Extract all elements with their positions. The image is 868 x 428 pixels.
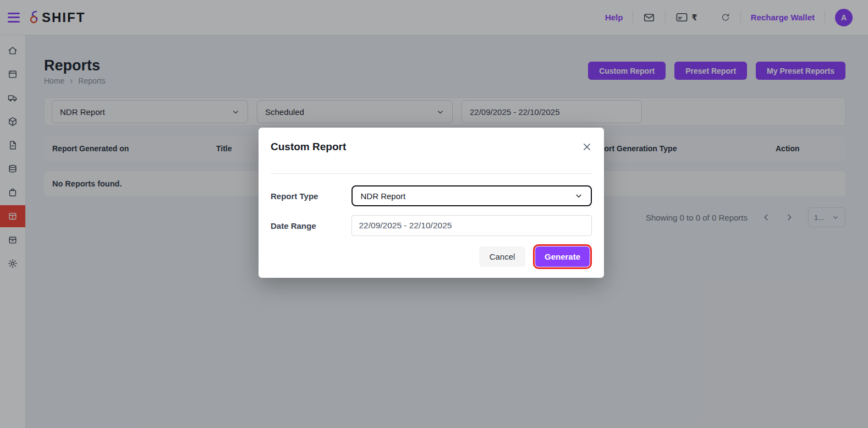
custom-report-modal: Custom Report Report Type NDR Report Dat… (259, 128, 604, 278)
divider (271, 173, 592, 174)
modal-title: Custom Report (271, 141, 346, 153)
report-type-label: Report Type (271, 191, 351, 201)
modal-report-type-select[interactable]: NDR Report (351, 185, 592, 206)
close-icon[interactable] (582, 142, 592, 152)
date-range-label: Date Range (271, 221, 351, 231)
generate-button[interactable]: Generate (535, 246, 590, 267)
chevron-down-icon (574, 191, 583, 200)
modal-date-range-input[interactable] (351, 215, 592, 236)
modal-report-type-value: NDR Report (360, 191, 405, 201)
cancel-button[interactable]: Cancel (479, 246, 525, 267)
highlight-ring: Generate (533, 244, 592, 269)
